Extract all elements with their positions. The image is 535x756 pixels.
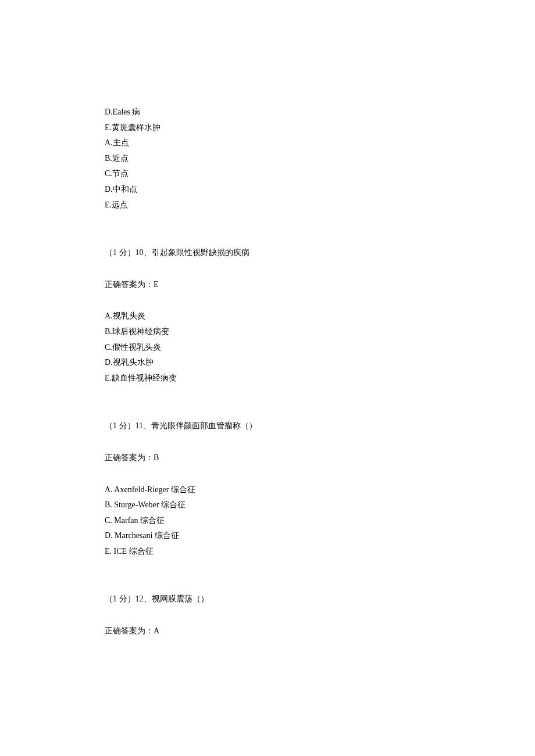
question-10-option-c: C.假性视乳头炎	[105, 340, 430, 356]
question-10-option-e: E.缺血性视神经病变	[105, 371, 430, 386]
question-11-option-c: C. Marfan 综合征	[105, 513, 430, 529]
question-10-option-b: B.球后视神经病变	[105, 324, 430, 340]
intro-option-d2: D.中和点	[105, 182, 430, 198]
question-11-header: （1 分）11、青光眼伴颜面部血管瘤称（）	[105, 418, 430, 434]
intro-option-c: C.节点	[105, 166, 430, 182]
intro-option-d1: D.Eales 病	[105, 105, 430, 120]
question-11-option-b: B. Sturge-Weber 综合征	[105, 497, 430, 513]
question-12-header: （1 分）12、视网膜震荡（）	[105, 592, 430, 607]
intro-option-e1: E.黄斑囊样水肿	[105, 120, 430, 136]
question-11-option-a: A. Axenfeld-Rieger 综合征	[105, 482, 430, 498]
question-10-option-d: D.视乳头水肿	[105, 355, 430, 371]
question-10-answer: 正确答案为：E	[105, 277, 430, 293]
question-10-header: （1 分）10、引起象限性视野缺损的疾病	[105, 245, 430, 261]
intro-option-b: B.近点	[105, 151, 430, 167]
question-10-option-a: A.视乳头炎	[105, 309, 430, 324]
intro-option-e2: E.远点	[105, 198, 430, 213]
question-11-option-e: E. ICE 综合征	[105, 544, 430, 560]
question-12-answer: 正确答案为：A	[105, 624, 430, 639]
question-11-option-d: D. Marchesani 综合征	[105, 528, 430, 544]
question-11-answer: 正确答案为：B	[105, 450, 430, 466]
intro-option-a: A.主点	[105, 135, 430, 151]
